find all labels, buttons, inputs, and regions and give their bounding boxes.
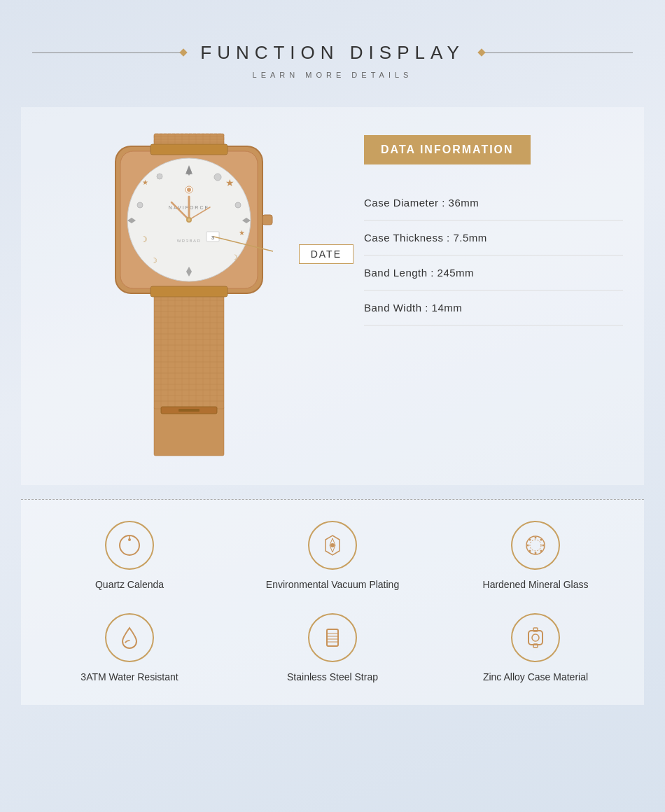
feature-label-vacuum: Environmental Vacuum Plating bbox=[266, 578, 399, 592]
feature-icon-glass bbox=[511, 521, 560, 570]
header-title-row: FUNCTION DISPLAY bbox=[0, 42, 665, 64]
spec-row: Band Length : 245mm bbox=[364, 255, 623, 290]
date-label: DATE bbox=[299, 244, 354, 264]
header-line-right bbox=[479, 52, 633, 53]
feature-icon-vacuum bbox=[308, 521, 357, 570]
header-section: FUNCTION DISPLAY LEARN MORE DETAILS bbox=[0, 0, 665, 100]
feature-item-strap: Stainless Steel Strap bbox=[238, 613, 427, 685]
watch-svg-wrapper: ★ ★ ★ ☽ ☽ ☽ bbox=[70, 127, 308, 465]
spec-row: Case Thickness : 7.5mm bbox=[364, 220, 623, 255]
svg-rect-93 bbox=[327, 629, 338, 646]
svg-rect-78 bbox=[150, 286, 227, 297]
svg-point-27 bbox=[214, 174, 221, 181]
svg-point-45 bbox=[188, 218, 190, 221]
svg-rect-2 bbox=[154, 407, 224, 456]
svg-rect-76 bbox=[178, 409, 200, 412]
svg-point-28 bbox=[235, 202, 241, 208]
header-title: FUNCTION DISPLAY bbox=[186, 42, 478, 64]
header-line-left bbox=[32, 52, 186, 53]
spec-row: Case Diameter : 36mm bbox=[364, 186, 623, 220]
feature-item-vacuum: Environmental Vacuum Plating bbox=[238, 521, 427, 592]
watch-container: ★ ★ ★ ☽ ☽ ☽ bbox=[42, 128, 336, 464]
svg-text:3: 3 bbox=[211, 235, 214, 240]
svg-point-85 bbox=[535, 537, 537, 539]
feature-icon-quartz bbox=[105, 521, 154, 570]
feature-icon-strap bbox=[308, 613, 357, 662]
svg-rect-19 bbox=[262, 215, 272, 225]
feature-label-quartz: Quartz Calenda bbox=[95, 578, 164, 592]
svg-point-30 bbox=[137, 202, 143, 208]
feature-item-quartz: Quartz Calenda bbox=[35, 521, 224, 592]
svg-text:☽: ☽ bbox=[232, 253, 238, 261]
feature-icon-case bbox=[511, 613, 560, 662]
features-section: Quartz CalendaEnvironmental Vacuum Plati… bbox=[21, 499, 644, 705]
feature-item-water: 3ATM Water Resistant bbox=[35, 613, 224, 685]
svg-point-92 bbox=[540, 539, 542, 541]
specs-container: Case Diameter : 36mmCase Thickness : 7.5… bbox=[364, 186, 623, 326]
feature-label-case: Zinc Alloy Case Material bbox=[483, 671, 588, 685]
svg-text:☽: ☽ bbox=[150, 256, 158, 265]
feature-icon-water bbox=[105, 613, 154, 662]
feature-label-strap: Stainless Steel Strap bbox=[287, 671, 378, 685]
svg-point-84 bbox=[530, 540, 541, 551]
watch-image: ★ ★ ★ ☽ ☽ ☽ bbox=[70, 127, 308, 463]
data-info-badge: DATA INFORMATION bbox=[364, 135, 531, 164]
feature-label-glass: Hardened Mineral Glass bbox=[483, 578, 589, 592]
svg-text:★: ★ bbox=[239, 229, 245, 237]
svg-point-83 bbox=[526, 536, 545, 554]
svg-point-29 bbox=[157, 174, 162, 179]
feature-item-case: Zinc Alloy Case Material bbox=[441, 613, 630, 685]
svg-text:WR3BAR: WR3BAR bbox=[177, 239, 202, 243]
spec-row: Band Width : 14mm bbox=[364, 290, 623, 326]
svg-point-82 bbox=[330, 543, 335, 547]
data-panel: DATA INFORMATION Case Diameter : 36mmCas… bbox=[364, 128, 623, 326]
svg-text:★: ★ bbox=[142, 178, 148, 186]
page-wrapper: FUNCTION DISPLAY LEARN MORE DETAILS bbox=[0, 0, 665, 812]
svg-rect-101 bbox=[533, 644, 538, 648]
svg-point-89 bbox=[529, 539, 531, 541]
svg-point-90 bbox=[540, 550, 542, 552]
svg-point-88 bbox=[542, 545, 545, 547]
main-content: ★ ★ ★ ☽ ☽ ☽ bbox=[21, 107, 644, 485]
svg-point-87 bbox=[527, 545, 529, 547]
header-subtitle: LEARN MORE DETAILS bbox=[0, 71, 665, 79]
svg-rect-77 bbox=[150, 144, 227, 155]
feature-item-glass: Hardened Mineral Glass bbox=[441, 521, 630, 592]
features-grid: Quartz CalendaEnvironmental Vacuum Plati… bbox=[35, 521, 630, 684]
svg-text:☽: ☽ bbox=[140, 234, 148, 244]
feature-label-water: 3ATM Water Resistant bbox=[80, 671, 178, 685]
svg-rect-100 bbox=[533, 628, 538, 631]
svg-point-91 bbox=[529, 550, 531, 552]
svg-point-40 bbox=[187, 188, 191, 192]
svg-text:★: ★ bbox=[225, 177, 234, 188]
svg-point-99 bbox=[532, 634, 539, 641]
svg-point-86 bbox=[535, 552, 537, 554]
svg-rect-98 bbox=[528, 631, 542, 645]
